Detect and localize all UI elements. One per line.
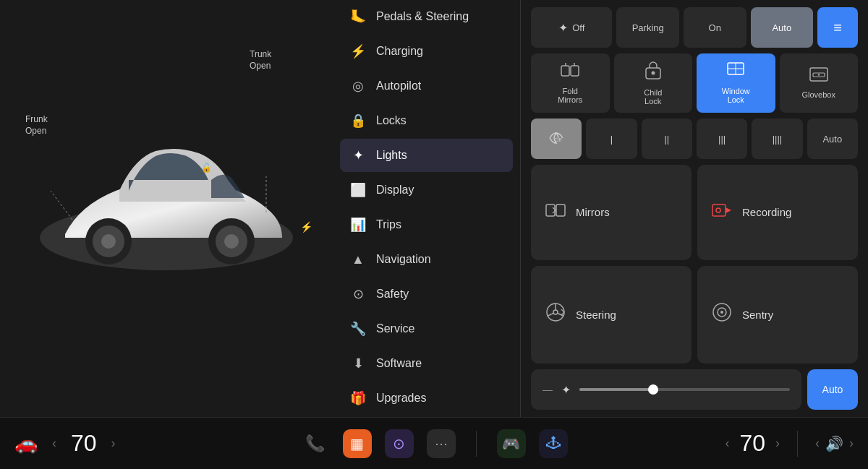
fan-2-icon: || — [664, 134, 669, 145]
sentry-button[interactable]: Sentry — [697, 266, 858, 364]
fan-3-button[interactable]: ||| — [697, 119, 747, 159]
menu-item-navigation[interactable]: ▲ Navigation — [340, 243, 513, 276]
fan-auto-button[interactable]: Auto — [807, 119, 858, 159]
light-auto-button[interactable]: Auto — [751, 7, 814, 48]
speed-left-arrow[interactable]: ‹ — [52, 436, 56, 451]
menu-item-safety[interactable]: ⊙ Safety — [340, 277, 513, 311]
mirrors-button[interactable]: Mirrors — [531, 165, 692, 260]
fan-4-icon: |||| — [773, 134, 783, 145]
brightness-slider-container[interactable]: — ✦ — [531, 369, 801, 410]
light-parking-button[interactable]: Parking — [616, 7, 679, 48]
fan-1-button[interactable]: | — [586, 119, 637, 159]
svg-text:⚡: ⚡ — [300, 221, 311, 233]
volume-icon: 🔊 — [825, 435, 843, 452]
taskbar: 🚗 ‹ 70 › 📞 ▦ ⊙ ⋯ 🎮 🕹 ‹ 70 › — [0, 417, 868, 469]
light-off-label: Off — [572, 22, 584, 33]
lights-icon: ✦ — [350, 147, 366, 163]
recording-label: Recording — [742, 206, 791, 218]
recording-icon — [712, 202, 732, 223]
energy-app-icon: ▦ — [350, 435, 364, 452]
taskbar-left: 🚗 ‹ 70 › — [14, 430, 294, 457]
taskbar-divider — [476, 431, 477, 457]
menu-item-trips[interactable]: 📊 Trips — [340, 208, 513, 241]
menu-item-charging[interactable]: ⚡ Charging — [340, 35, 513, 68]
fan-auto-label: Auto — [822, 134, 842, 145]
camera-app-icon[interactable]: ⊙ — [385, 429, 414, 458]
brightness-track[interactable] — [579, 388, 790, 391]
menu-label-upgrades: Upgrades — [376, 392, 426, 405]
menu-item-pedals[interactable]: 🦶 Pedals & Steering — [340, 0, 513, 33]
brightness-row: — ✦ Auto — [531, 369, 858, 410]
fold-mirrors-button[interactable]: FoldMirrors — [531, 53, 610, 113]
service-icon: 🔧 — [350, 321, 366, 337]
window-lock-button[interactable]: WindowLock — [697, 53, 775, 113]
svg-rect-11 — [561, 66, 569, 76]
side-menu: 🦶 Pedals & Steering ⚡ Charging ◎ Autopil… — [333, 0, 521, 417]
svg-rect-27 — [712, 205, 726, 216]
navigation-icon: ▲ — [350, 251, 366, 267]
dots-app-icon[interactable]: ⋯ — [427, 429, 456, 458]
trunk-label: Trunk Open — [250, 49, 271, 72]
svg-point-22 — [818, 74, 820, 75]
speed-right-arrow-left[interactable]: › — [111, 436, 116, 451]
light-on-button[interactable]: On — [684, 7, 746, 48]
steering-icon — [545, 302, 566, 327]
speed-left-display: 70 — [71, 430, 97, 457]
glovebox-label: Glovebox — [802, 90, 835, 99]
volume-control[interactable]: ‹ 🔊 › — [815, 435, 854, 452]
volume-left-arrow[interactable]: ‹ — [815, 436, 820, 451]
volume-right-arrow[interactable]: › — [849, 436, 854, 451]
menu-label-safety: Safety — [376, 288, 409, 301]
speed-right-arrow[interactable]: › — [775, 436, 780, 451]
light-list-button[interactable]: ≡ — [817, 7, 858, 48]
steering-button[interactable]: Steering — [531, 266, 692, 364]
svg-marker-29 — [726, 207, 731, 213]
car-home-icon[interactable]: 🚗 — [14, 432, 38, 455]
phone-icon[interactable]: 📞 — [301, 429, 330, 458]
light-mode-row: ✦ Off Parking On Auto ≡ — [531, 7, 858, 48]
joystick-app-icon[interactable]: 🕹 — [539, 429, 568, 458]
sentry-label: Sentry — [742, 309, 773, 321]
games-app-icon[interactable]: 🎮 — [497, 429, 526, 458]
speed-right-value: 70 — [739, 430, 765, 457]
steering-label: Steering — [576, 309, 616, 321]
svg-point-3 — [101, 234, 116, 249]
fan-2-button[interactable]: || — [642, 119, 692, 159]
car-svg: ⚡ 🔓 — [22, 119, 311, 299]
menu-label-service: Service — [376, 322, 414, 335]
recording-button[interactable]: Recording — [697, 165, 858, 260]
fan-off-button[interactable]: Off — [531, 119, 582, 159]
child-lock-button[interactable]: ChildLock — [614, 53, 693, 113]
menu-item-autopilot[interactable]: ◎ Autopilot — [340, 69, 513, 103]
parking-label: Parking — [632, 22, 664, 33]
glovebox-button[interactable]: Glovebox — [780, 53, 859, 113]
fan-4-button[interactable]: |||| — [752, 119, 802, 159]
menu-label-display: Display — [376, 184, 414, 197]
trips-icon: 📊 — [350, 217, 366, 233]
sentry-icon — [712, 302, 732, 327]
window-lock-label: WindowLock — [722, 87, 750, 104]
menu-item-upgrades[interactable]: 🎁 Upgrades — [340, 382, 513, 415]
menu-item-locks[interactable]: 🔒 Locks — [340, 104, 513, 137]
upgrades-icon: 🎁 — [350, 390, 366, 406]
menu-item-lights[interactable]: ✦ Lights — [340, 139, 513, 172]
svg-rect-25 — [556, 205, 565, 216]
light-off-button[interactable]: ✦ Off — [531, 7, 612, 48]
svg-point-31 — [553, 310, 558, 314]
speed-left-value: 70 — [71, 430, 97, 457]
autopilot-icon: ◎ — [350, 78, 366, 94]
door-buttons-row: FoldMirrors ChildLock — [531, 53, 858, 113]
brightness-thumb[interactable] — [648, 384, 658, 395]
software-icon: ⬇ — [350, 356, 366, 371]
menu-item-display[interactable]: ⬜ Display — [340, 173, 513, 207]
speed-right-display: 70 — [739, 430, 765, 457]
menu-item-software[interactable]: ⬇ Software — [340, 347, 513, 380]
games-icon: 🎮 — [502, 435, 520, 452]
fan-3-icon: ||| — [718, 134, 726, 145]
energy-icon[interactable]: ▦ — [343, 429, 372, 458]
menu-item-service[interactable]: 🔧 Service — [340, 312, 513, 345]
speed-left-arrow-right[interactable]: ‹ — [725, 436, 729, 451]
fan-speed-row: Off | || ||| |||| Auto — [531, 119, 858, 159]
brightness-auto-button[interactable]: Auto — [807, 369, 858, 410]
menu-label-pedals: Pedals & Steering — [376, 10, 469, 23]
